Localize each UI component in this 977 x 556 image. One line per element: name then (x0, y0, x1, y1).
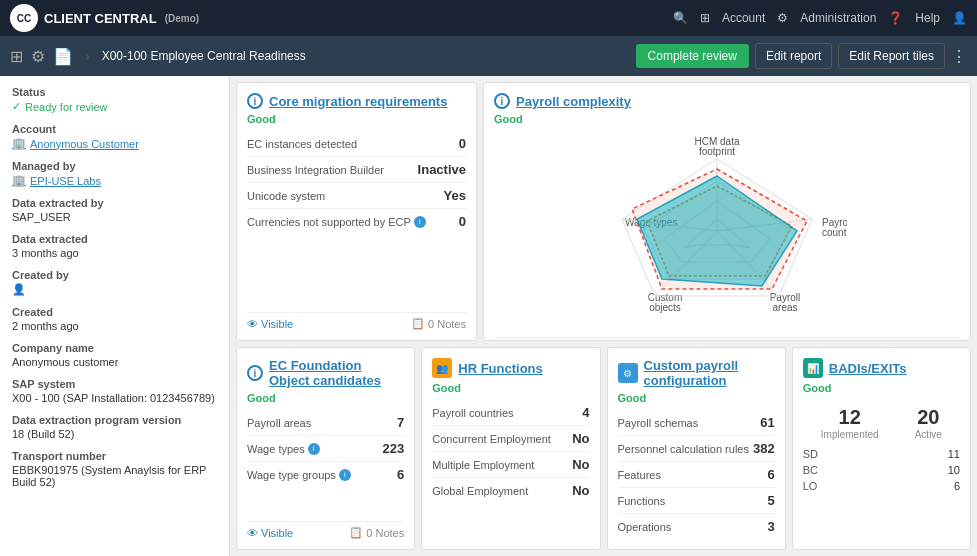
created-by-label: Created by (12, 269, 217, 281)
company-value: Anonymous customer (12, 356, 217, 368)
transport-value: EBBK901975 (System Anaylsis for ERP Buil… (12, 464, 217, 488)
row-label: Functions (618, 495, 666, 507)
row-value: 223 (383, 441, 405, 456)
managed-link[interactable]: 🏢 EPI-USE Labs (12, 174, 217, 187)
tooltip-icon[interactable]: i (308, 443, 320, 455)
table-row: EC instances detected 0 (247, 131, 466, 157)
table-row: Wage types i 223 (247, 436, 404, 462)
sidebar-data-extracted-section: Data extracted 3 months ago (12, 233, 217, 259)
row-label: Global Employment (432, 485, 528, 497)
document-icon[interactable]: 📄 (53, 47, 73, 66)
note-icon: 📋 (349, 526, 363, 539)
company-label: Company name (12, 342, 217, 354)
custom-payroll-header: ⚙ Custom payroll configuration (618, 358, 775, 388)
breadcrumb-item: X00-100 Employee Central Readiness (102, 49, 306, 63)
row-value: 382 (753, 441, 775, 456)
status-label: Status (12, 86, 217, 98)
tooltip-icon[interactable]: i (339, 469, 351, 481)
table-row: Wage type groups i 6 (247, 462, 404, 487)
sidebar: Status ✓ Ready for review Account 🏢 Anon… (0, 76, 230, 556)
visible-button[interactable]: 👁 Visible (247, 318, 293, 330)
row-value: 0 (459, 214, 466, 229)
payroll-complexity-info-icon[interactable]: i (494, 93, 510, 109)
notes-button[interactable]: 📋 0 Notes (349, 526, 404, 539)
version-value: 18 (Build 52) (12, 428, 217, 440)
edit-report-tiles-button[interactable]: Edit Report tiles (838, 43, 945, 69)
sidebar-company-section: Company name Anonymous customer (12, 342, 217, 368)
hr-functions-card: 👥 HR Functions Good Payroll countries 4 … (421, 347, 600, 550)
table-row: Functions 5 (618, 488, 775, 514)
notes-button[interactable]: 📋 0 Notes (411, 317, 466, 330)
help-link[interactable]: Help (915, 11, 940, 25)
payroll-complexity-header: i Payroll complexity (494, 93, 960, 109)
row-label: Unicode system (247, 190, 325, 202)
sidebar-status-section: Status ✓ Ready for review (12, 86, 217, 113)
tooltip-icon[interactable]: i (414, 216, 426, 228)
account-link[interactable]: Account (722, 11, 765, 25)
sidebar-created-section: Created 2 months ago (12, 306, 217, 332)
row-value: No (572, 457, 589, 472)
active-stat: 20 Active (915, 406, 942, 440)
app-name: CLIENT CENTRAL (44, 11, 157, 26)
row-value: 3 (768, 519, 775, 534)
custom-payroll-title[interactable]: Custom payroll configuration (644, 358, 775, 388)
visible-button[interactable]: 👁 Visible (247, 527, 293, 539)
content-area: i Core migration requirements Good EC in… (230, 76, 977, 556)
payroll-complexity-title[interactable]: Payroll complexity (516, 94, 631, 109)
hr-functions-title[interactable]: HR Functions (458, 361, 543, 376)
row-value: 6 (397, 467, 404, 482)
gear-icon[interactable]: ⚙ (777, 11, 788, 25)
row-label: Concurrent Employment (432, 433, 551, 445)
badis-card: 📊 BADIs/EXITs Good 12 Implemented 20 Act… (792, 347, 971, 550)
second-navigation: ⊞ ⚙ 📄 › X00-100 Employee Central Readine… (0, 36, 977, 76)
grid-icon[interactable]: ⊞ (700, 11, 710, 25)
settings-icon[interactable]: ⚙ (31, 47, 45, 66)
ec-foundation-header: i EC Foundation Object candidates (247, 358, 404, 388)
core-migration-info-icon[interactable]: i (247, 93, 263, 109)
table-row: Multiple Employment No (432, 452, 589, 478)
row-value: Inactive (418, 162, 466, 177)
sidebar-account-section: Account 🏢 Anonymous Customer (12, 123, 217, 150)
apps-icon[interactable]: ⊞ (10, 47, 23, 66)
row-value: 61 (760, 415, 774, 430)
more-options-icon[interactable]: ⋮ (951, 47, 967, 66)
ec-foundation-info-icon[interactable]: i (247, 365, 263, 381)
implemented-number: 12 (821, 406, 879, 429)
svg-text:countries: countries (822, 227, 847, 238)
core-migration-title[interactable]: Core migration requirements (269, 94, 447, 109)
payroll-complexity-status: Good (494, 113, 960, 125)
top-navigation: CC CLIENT CENTRAL (Demo) 🔍 ⊞ Account ⚙ A… (0, 0, 977, 36)
active-number: 20 (915, 406, 942, 429)
transport-label: Transport number (12, 450, 217, 462)
edit-report-button[interactable]: Edit report (755, 43, 832, 69)
account-link[interactable]: 🏢 Anonymous Customer (12, 137, 217, 150)
row-value: No (572, 431, 589, 446)
badis-table: SD 11 BC 10 LO 6 (803, 446, 960, 494)
radar-chart-container: HCM data footprint Payroll countries Pay… (494, 131, 960, 331)
core-migration-table: EC instances detected 0 Business Integra… (247, 131, 466, 306)
app-logo: CC CLIENT CENTRAL (Demo) (10, 4, 199, 32)
top-nav-right: 🔍 ⊞ Account ⚙ Administration ❓ Help 👤 (673, 11, 967, 25)
sidebar-managed-section: Managed by 🏢 EPI-USE Labs (12, 160, 217, 187)
complete-review-button[interactable]: Complete review (636, 44, 749, 68)
eye-icon: 👁 (247, 318, 258, 330)
logo-icon: CC (10, 4, 38, 32)
row-label: Currencies not supported by ECP i (247, 216, 426, 228)
row-label: Operations (618, 521, 672, 533)
svg-text:areas: areas (772, 302, 797, 313)
hr-icon: 👥 (432, 358, 452, 378)
extracted-by-label: Data extracted by (12, 197, 217, 209)
badis-title[interactable]: BADIs/EXITs (829, 361, 907, 376)
ec-foundation-title[interactable]: EC Foundation Object candidates (269, 358, 404, 388)
administration-link[interactable]: Administration (800, 11, 876, 25)
ec-foundation-card: i EC Foundation Object candidates Good P… (236, 347, 415, 550)
table-row: LO 6 (803, 478, 960, 494)
table-row: Operations 3 (618, 514, 775, 539)
custom-icon: ⚙ (618, 363, 638, 383)
row-label: Wage types i (247, 443, 320, 455)
sidebar-transport-section: Transport number EBBK901975 (System Anay… (12, 450, 217, 488)
user-icon[interactable]: 👤 (952, 11, 967, 25)
help-icon[interactable]: ❓ (888, 11, 903, 25)
table-row: Payroll countries 4 (432, 400, 589, 426)
search-icon[interactable]: 🔍 (673, 11, 688, 25)
